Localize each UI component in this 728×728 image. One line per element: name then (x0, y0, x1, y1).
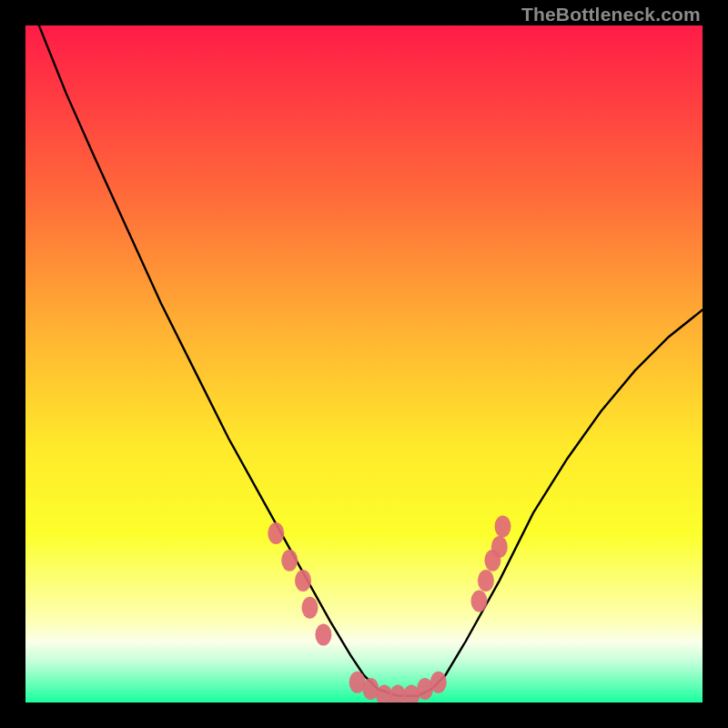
curve-marker (495, 516, 511, 538)
curve-markers (268, 516, 511, 703)
curve-marker (471, 590, 488, 612)
curve-marker (281, 550, 298, 571)
chart-svg (25, 25, 703, 703)
plot-area (25, 25, 703, 703)
curve-marker (491, 536, 508, 558)
curve-marker (268, 522, 284, 544)
chart-frame: TheBottleneck.com (0, 0, 728, 728)
curve-marker (302, 597, 318, 619)
curve-marker (295, 570, 311, 592)
curve-marker (430, 672, 447, 693)
watermark-text: TheBottleneck.com (521, 4, 701, 25)
curve-marker (478, 570, 494, 592)
bottleneck-curve (39, 25, 703, 696)
curve-marker (315, 624, 331, 646)
